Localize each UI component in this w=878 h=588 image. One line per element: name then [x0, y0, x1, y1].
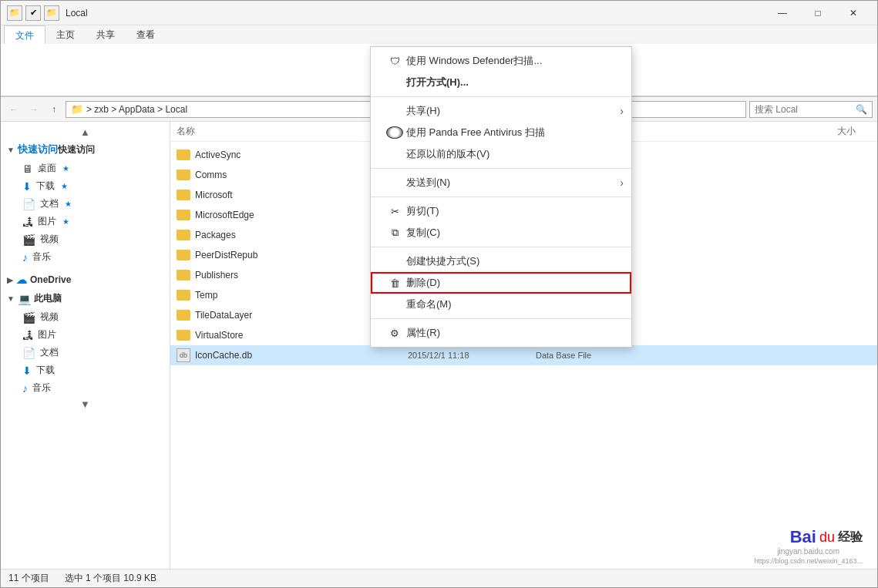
- onedrive-header[interactable]: ▶ ☁ OneDrive: [1, 270, 170, 289]
- title-bar-controls: — □ ✕: [765, 1, 871, 25]
- cm-item-open-with[interactable]: 打开方式(H)...: [371, 72, 631, 93]
- up-button[interactable]: ↑: [45, 101, 62, 118]
- forward-button[interactable]: →: [25, 101, 42, 118]
- folder-icon: [177, 310, 190, 321]
- this-pc-header[interactable]: ▼ 💻 此电脑: [1, 289, 170, 308]
- folder-icon: [177, 170, 190, 180]
- ribbon-tabs: 文件 主页 共享 查看: [1, 25, 877, 44]
- sidebar-item-pc-documents[interactable]: 📄 文档: [1, 344, 170, 361]
- cm-item-label: 打开方式(H)...: [406, 76, 469, 89]
- table-row-selected[interactable]: db IconCache.db 2015/12/1 11:18 Data Bas…: [170, 345, 877, 365]
- tab-file[interactable]: 文件: [4, 25, 45, 44]
- cm-separator-2: [371, 168, 631, 169]
- quick-access-label: 快速访问: [18, 143, 58, 156]
- title-bar-icons: 📁 ✔ 📁: [7, 5, 59, 21]
- folder-icon: [177, 250, 190, 260]
- folder-icon: [177, 210, 190, 220]
- sidebar-item-pc-music[interactable]: ♪ 音乐: [1, 379, 170, 397]
- cm-separator-5: [371, 318, 631, 319]
- this-pc-icon: 💻: [18, 293, 31, 305]
- videos-icon: 🎬: [22, 234, 35, 246]
- search-icon: 🔍: [856, 104, 867, 115]
- cm-item-properties[interactable]: ⚙ 属性(R): [371, 322, 631, 344]
- tb-icon-folder2: 📁: [44, 5, 59, 21]
- cm-item-create-shortcut[interactable]: 创建快捷方式(S): [371, 250, 631, 272]
- folder-icon: [177, 190, 190, 200]
- this-pc-chevron: ▼: [7, 294, 15, 303]
- tab-share[interactable]: 共享: [86, 25, 126, 44]
- sidebar-item-pc-videos[interactable]: 🎬 视频: [1, 308, 170, 326]
- file-name: Microsoft: [195, 190, 233, 200]
- quick-access-label-text: 快速访问: [58, 143, 95, 156]
- sidebar-item-desktop[interactable]: 🖥 桌面 ★: [1, 160, 170, 177]
- file-name: Temp: [195, 290, 217, 301]
- search-input[interactable]: [755, 104, 853, 115]
- cm-item-label: 删除(D): [406, 276, 440, 290]
- sidebar-scroll-up[interactable]: ▲: [1, 125, 170, 139]
- cm-item-copy[interactable]: ⧉ 复制(C): [371, 222, 631, 244]
- sidebar-item-label: 视频: [40, 233, 59, 246]
- cm-item-rename[interactable]: 重命名(M): [371, 294, 631, 315]
- cm-item-label: 剪切(T): [406, 204, 439, 218]
- maximize-button[interactable]: □: [800, 1, 836, 25]
- sidebar-item-downloads[interactable]: ⬇ 下载 ★: [1, 177, 170, 195]
- cm-item-panda[interactable]: 使用 Panda Free Antivirus 扫描: [371, 122, 631, 143]
- status-bar: 11 个项目 选中 1 个项目 10.9 KB: [1, 569, 877, 587]
- items-count: 11 个项目: [8, 572, 49, 585]
- cm-item-cut[interactable]: ✂ 剪切(T): [371, 200, 631, 222]
- sidebar-item-music[interactable]: ♪ 音乐: [1, 248, 170, 266]
- cm-item-label: 使用 Panda Free Antivirus 扫描: [406, 126, 545, 139]
- sidebar-item-label: 音乐: [32, 381, 51, 395]
- minimize-button[interactable]: —: [765, 1, 800, 25]
- onedrive-chevron: ▶: [7, 276, 13, 284]
- cm-separator-1: [371, 96, 631, 97]
- cm-item-label: 发送到(N): [406, 176, 450, 190]
- delete-icon: 🗑: [386, 277, 403, 289]
- cut-icon: ✂: [386, 206, 403, 217]
- copy-icon: ⧉: [386, 227, 403, 239]
- cm-item-defender[interactable]: 🛡 使用 Windows Defender扫描...: [371, 50, 631, 72]
- pc-music-icon: ♪: [22, 382, 28, 395]
- folder-icon: [177, 290, 190, 301]
- tab-home[interactable]: 主页: [45, 25, 86, 44]
- pc-pictures-icon: 🏞: [22, 329, 33, 341]
- cm-item-share[interactable]: 共享(H): [371, 100, 631, 122]
- sidebar-item-label: 文档: [40, 197, 59, 210]
- this-pc-label: 此电脑: [34, 292, 62, 305]
- cm-separator-3: [371, 197, 631, 197]
- sidebar-item-label: 图片: [38, 328, 56, 341]
- pc-documents-icon: 📄: [22, 347, 35, 359]
- cm-separator-4: [371, 247, 631, 247]
- file-name: TileDataLayer: [195, 310, 252, 321]
- file-name: MicrosoftEdge: [195, 210, 254, 220]
- sidebar-item-pc-pictures[interactable]: 🏞 图片: [1, 326, 170, 344]
- cm-item-restore[interactable]: 还原以前的版本(V): [371, 143, 631, 165]
- window-title: Local: [66, 8, 88, 18]
- cm-item-label: 复制(C): [406, 226, 440, 240]
- cm-item-delete[interactable]: 🗑 删除(D): [371, 272, 631, 294]
- panda-icon: [386, 126, 403, 139]
- path-text: > zxb > AppData > Local: [86, 104, 187, 115]
- back-button[interactable]: ←: [5, 101, 22, 118]
- sidebar-item-label: 文档: [40, 346, 59, 359]
- sidebar-scroll-down[interactable]: ▼: [1, 397, 170, 412]
- sidebar-item-videos[interactable]: 🎬 视频: [1, 230, 170, 248]
- sidebar-item-label: 音乐: [32, 250, 51, 264]
- file-name: Publishers: [195, 270, 238, 281]
- cm-item-label: 还原以前的版本(V): [406, 147, 489, 161]
- onedrive-icon: ☁: [16, 274, 27, 286]
- close-button[interactable]: ✕: [836, 1, 871, 25]
- search-box[interactable]: 🔍: [749, 101, 873, 118]
- cm-item-label: 创建快捷方式(S): [406, 254, 479, 268]
- tab-view[interactable]: 查看: [126, 25, 166, 44]
- sidebar-item-pc-downloads[interactable]: ⬇ 下载: [1, 361, 170, 379]
- sidebar-item-documents[interactable]: 📄 文档 ★: [1, 195, 170, 213]
- sidebar-item-label: 下载: [36, 364, 55, 377]
- cm-item-sendto[interactable]: 发送到(N): [371, 172, 631, 193]
- file-name: IconCache.db: [195, 350, 252, 361]
- quick-access-header[interactable]: ▼ 快速访问 快速访问: [1, 139, 170, 160]
- sidebar-item-pictures[interactable]: 🏞 图片 ★: [1, 213, 170, 230]
- folder-icon: [177, 150, 190, 160]
- documents-icon: 📄: [22, 198, 35, 210]
- cm-item-label: 使用 Windows Defender扫描...: [406, 54, 542, 68]
